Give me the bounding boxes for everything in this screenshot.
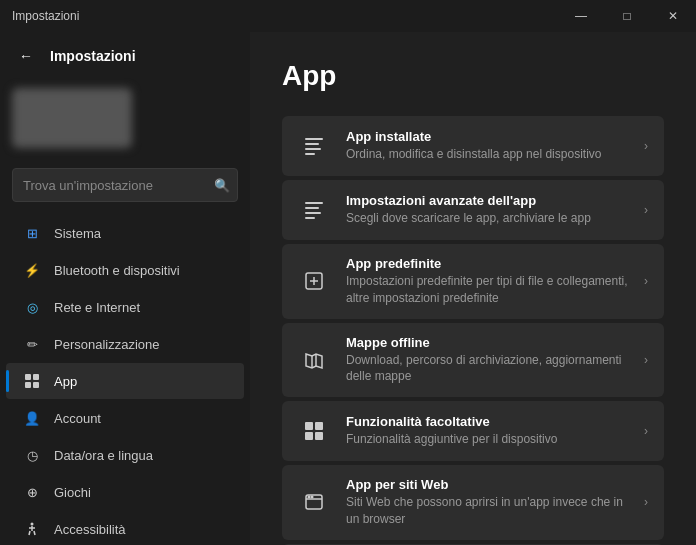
close-button[interactable]: ✕ — [650, 0, 696, 32]
app-installate-desc: Ordina, modifica e disinstalla app nel d… — [346, 146, 628, 163]
svg-rect-0 — [25, 374, 31, 380]
settings-item-mappe-offline[interactable]: Mappe offline Download, percorso di arch… — [282, 323, 664, 398]
app-installate-icon — [298, 130, 330, 162]
sidebar-label-personalizzazione: Personalizzazione — [54, 337, 228, 352]
search-input[interactable] — [12, 168, 238, 202]
svg-rect-9 — [305, 138, 323, 140]
title-bar-controls: — □ ✕ — [558, 0, 696, 32]
page-title: App — [282, 60, 664, 92]
settings-item-funzionalita-facoltative[interactable]: Funzionalità facoltative Funzionalità ag… — [282, 401, 664, 461]
app-siti-web-content: App per siti Web Siti Web che possono ap… — [346, 477, 628, 528]
mappe-offline-chevron: › — [644, 353, 648, 367]
svg-line-8 — [34, 531, 35, 535]
sidebar-item-accessibilita[interactable]: Accessibilità — [6, 511, 244, 545]
title-bar-left: Impostazioni — [12, 9, 79, 23]
svg-rect-11 — [305, 148, 321, 150]
svg-point-24 — [311, 497, 313, 499]
rete-icon: ◎ — [22, 297, 42, 317]
svg-rect-3 — [33, 382, 39, 388]
sidebar-label-data-ora: Data/ora e lingua — [54, 448, 228, 463]
user-profile-section — [0, 80, 250, 164]
sidebar-label-account: Account — [54, 411, 228, 426]
settings-item-app-predefinite[interactable]: App predefinite Impostazioni predefinite… — [282, 244, 664, 319]
sidebar-item-app[interactable]: App — [6, 363, 244, 399]
sidebar-item-sistema[interactable]: ⊞ Sistema — [6, 215, 244, 251]
funzionalita-facoltative-chevron: › — [644, 424, 648, 438]
sidebar-label-giochi: Giochi — [54, 485, 228, 500]
settings-item-app-installate[interactable]: App installate Ordina, modifica e disins… — [282, 116, 664, 176]
svg-rect-1 — [33, 374, 39, 380]
sidebar: ← Impostazioni 🔍 ⊞ Sistema ⚡ Bluetooth e… — [0, 32, 250, 545]
svg-rect-15 — [305, 212, 321, 214]
settings-item-app-siti-web[interactable]: App per siti Web Siti Web che possono ap… — [282, 465, 664, 540]
account-icon: 👤 — [22, 408, 42, 428]
settings-item-impostazioni-avanzate[interactable]: Impostazioni avanzate dell'app Scegli do… — [282, 180, 664, 240]
svg-rect-12 — [305, 153, 315, 155]
impostazioni-avanzate-icon — [298, 194, 330, 226]
mappe-offline-icon — [298, 344, 330, 376]
sidebar-label-bluetooth: Bluetooth e dispositivi — [54, 263, 228, 278]
impostazioni-avanzate-title: Impostazioni avanzate dell'app — [346, 193, 628, 208]
app-siti-web-title: App per siti Web — [346, 477, 628, 492]
sidebar-label-accessibilita: Accessibilità — [54, 522, 228, 537]
app-predefinite-desc: Impostazioni predefinite per tipi di fil… — [346, 273, 628, 307]
sidebar-item-account[interactable]: 👤 Account — [6, 400, 244, 436]
giochi-icon: ⊕ — [22, 482, 42, 502]
svg-line-7 — [29, 531, 30, 535]
sidebar-nav: ⊞ Sistema ⚡ Bluetooth e dispositivi ◎ Re… — [0, 214, 250, 545]
sidebar-item-rete[interactable]: ◎ Rete e Internet — [6, 289, 244, 325]
svg-rect-18 — [305, 422, 313, 430]
svg-point-4 — [31, 523, 34, 526]
sidebar-item-giochi[interactable]: ⊕ Giochi — [6, 474, 244, 510]
app-icon — [22, 371, 42, 391]
funzionalita-facoltative-icon — [298, 415, 330, 447]
svg-rect-21 — [315, 432, 323, 440]
app-predefinite-title: App predefinite — [346, 256, 628, 271]
app-predefinite-content: App predefinite Impostazioni predefinite… — [346, 256, 628, 307]
maximize-button[interactable]: □ — [604, 0, 650, 32]
svg-rect-20 — [305, 432, 313, 440]
svg-point-23 — [308, 497, 310, 499]
mappe-offline-title: Mappe offline — [346, 335, 628, 350]
sidebar-item-data-ora[interactable]: ◷ Data/ora e lingua — [6, 437, 244, 473]
sidebar-label-app: App — [54, 374, 228, 389]
app-siti-web-chevron: › — [644, 495, 648, 509]
app-predefinite-icon — [298, 265, 330, 297]
app-predefinite-chevron: › — [644, 274, 648, 288]
svg-rect-19 — [315, 422, 323, 430]
settings-list: App installate Ordina, modifica e disins… — [282, 116, 664, 545]
data-ora-icon: ◷ — [22, 445, 42, 465]
mappe-offline-desc: Download, percorso di archiviazione, agg… — [346, 352, 628, 386]
back-button[interactable]: ← — [12, 42, 40, 70]
minimize-button[interactable]: — — [558, 0, 604, 32]
svg-rect-2 — [25, 382, 31, 388]
funzionalita-facoltative-desc: Funzionalità aggiuntive per il dispositi… — [346, 431, 628, 448]
app-installate-chevron: › — [644, 139, 648, 153]
app-installate-title: App installate — [346, 129, 628, 144]
user-avatar — [12, 88, 132, 148]
svg-rect-13 — [305, 202, 323, 204]
sistema-icon: ⊞ — [22, 223, 42, 243]
sidebar-label-rete: Rete e Internet — [54, 300, 228, 315]
app-siti-web-desc: Siti Web che possono aprirsi in un'app i… — [346, 494, 628, 528]
accessibilita-icon — [22, 519, 42, 539]
title-bar: Impostazioni — □ ✕ — [0, 0, 696, 32]
bluetooth-icon: ⚡ — [22, 260, 42, 280]
title-bar-title: Impostazioni — [12, 9, 79, 23]
impostazioni-avanzate-desc: Scegli dove scaricare le app, archiviare… — [346, 210, 628, 227]
main-content: App App installate Ordina, modifica e di… — [250, 32, 696, 545]
svg-rect-16 — [305, 217, 315, 219]
mappe-offline-content: Mappe offline Download, percorso di arch… — [346, 335, 628, 386]
sidebar-label-sistema: Sistema — [54, 226, 228, 241]
sidebar-item-personalizzazione[interactable]: ✏ Personalizzazione — [6, 326, 244, 362]
sidebar-item-bluetooth[interactable]: ⚡ Bluetooth e dispositivi — [6, 252, 244, 288]
svg-rect-14 — [305, 207, 319, 209]
search-icon: 🔍 — [214, 178, 230, 193]
svg-rect-10 — [305, 143, 319, 145]
search-box: 🔍 — [12, 168, 238, 202]
app-body: ← Impostazioni 🔍 ⊞ Sistema ⚡ Bluetooth e… — [0, 32, 696, 545]
sidebar-header: ← Impostazioni — [0, 32, 250, 80]
app-installate-content: App installate Ordina, modifica e disins… — [346, 129, 628, 163]
personalizzazione-icon: ✏ — [22, 334, 42, 354]
funzionalita-facoltative-content: Funzionalità facoltative Funzionalità ag… — [346, 414, 628, 448]
